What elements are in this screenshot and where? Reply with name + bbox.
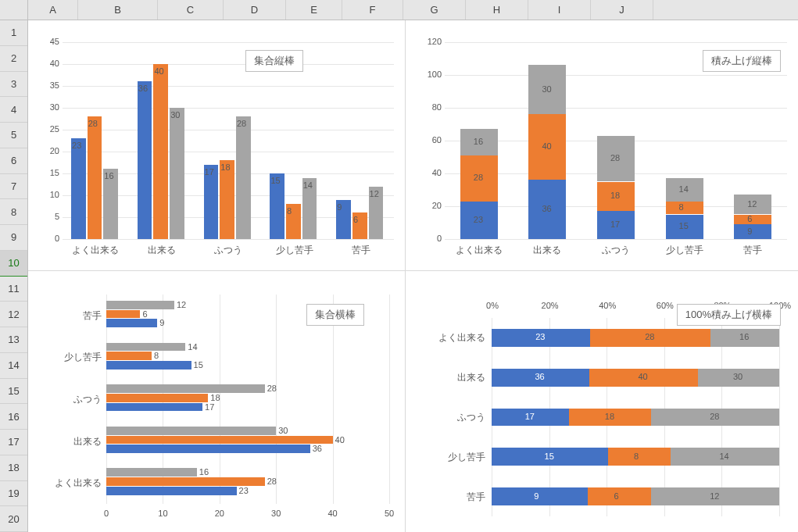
bar-segment [608,448,671,466]
data-label: 9 [159,318,164,327]
row-header[interactable]: 3 [0,72,27,98]
data-label: 28 [645,332,654,341]
row-header[interactable]: 2 [0,46,27,72]
chart-stacked-column[interactable]: 積み上げ縦棒 020406080100120232816よく出来る364030出… [406,20,798,270]
x-tick-label: 40% [594,301,621,310]
col-header[interactable]: G [403,0,466,20]
y-tick-label: 100 [415,70,442,79]
y-tick-label: 60 [415,135,442,145]
y-tick-label: 20 [415,201,442,210]
row-header[interactable]: 13 [0,327,27,353]
col-header[interactable]: A [28,0,78,20]
y-tick-label: 35 [36,80,59,90]
col-header[interactable]: I [528,0,591,20]
row-header[interactable]: 19 [0,481,27,507]
bar-segment [666,202,703,215]
row-header[interactable]: 16 [0,404,27,430]
bar [236,116,251,239]
col-header[interactable]: C [158,0,224,20]
data-label: 6 [353,215,358,224]
bar [106,319,157,327]
row-header[interactable]: 1 [0,20,27,46]
data-label: 16 [474,137,483,146]
y-tick-label: 20 [36,146,59,155]
y-tick-label: 80 [415,102,442,112]
category-label: 少し苦手 [64,351,102,364]
chart-title: 集合縦棒 [245,50,303,72]
col-header[interactable]: F [342,0,403,20]
row-header[interactable]: 17 [0,430,27,455]
row-header[interactable]: 14 [0,353,27,379]
y-tick-label: 45 [36,37,59,46]
col-header[interactable]: E [286,0,342,20]
category-label: 苦手 [467,491,485,504]
x-tick-label: 0% [479,301,506,310]
row-header[interactable]: 6 [0,148,27,174]
col-header[interactable]: D [224,0,286,20]
category-label: よく出来る [55,477,102,490]
data-label: 28 [237,119,246,128]
category-label: ふつう [73,393,102,406]
col-header[interactable]: B [78,0,158,20]
category-label: 出来る [73,435,102,448]
gridline [63,108,394,109]
category-label: よく出来る [445,244,514,257]
data-label: 15 [545,452,554,461]
row-header[interactable]: 18 [0,455,27,481]
data-label: 28 [267,477,277,486]
y-tick-label: 15 [36,168,59,177]
y-tick-label: 30 [36,102,59,112]
row-header[interactable]: 4 [0,97,27,123]
col-header[interactable]: H [466,0,528,20]
data-label: 18 [605,412,614,421]
bar [106,343,185,352]
gridline [63,86,394,87]
row-header[interactable]: 9 [0,225,27,251]
data-label: 30 [278,426,288,435]
data-label: 40 [154,66,163,76]
row-header[interactable]: 20 [0,506,27,532]
y-tick-label: 5 [36,212,59,221]
data-label: 6 [614,491,619,501]
category-label: 苦手 [327,244,394,257]
data-label: 40 [335,435,345,445]
row-header[interactable]: 15 [0,379,27,405]
bar [106,394,208,402]
data-label: 40 [542,141,551,151]
row-header[interactable]: 11 [0,277,27,302]
data-label: 14 [719,452,728,461]
data-label: 12 [747,199,757,209]
row-header[interactable]: 10 [0,251,27,277]
row-header[interactable]: 7 [0,174,27,200]
bar [106,436,333,445]
chart-clustered-bar[interactable]: 集合横棒 010203040501269苦手14815少し苦手281817ふつう… [28,271,405,532]
bar-segment [588,487,652,505]
data-label: 40 [638,372,647,381]
gridline [63,152,394,152]
gridline [63,239,394,240]
gridline [445,42,787,43]
data-label: 36 [535,372,544,381]
chart-stacked-bar-100[interactable]: 100%積み上げ横棒 0%20%40%60%80%100%232816よく出来る… [406,271,798,532]
x-tick-label: 30 [268,509,284,518]
column-ruler: ABCDEFGHIJ [0,0,798,20]
bar [106,487,237,495]
row-header[interactable]: 8 [0,199,27,225]
row-header[interactable]: 12 [0,302,27,327]
data-label: 28 [267,384,277,393]
row-ruler: 1234567891011121314151617181920 [0,20,28,532]
data-label: 30 [542,84,551,94]
bar-segment [734,224,771,239]
data-label: 30 [170,110,180,120]
bar [153,64,168,239]
category-label: ふつう [457,411,485,424]
data-label: 23 [535,332,545,341]
row-header[interactable]: 5 [0,123,27,148]
bar [220,160,234,239]
col-header[interactable]: J [591,0,653,20]
bar [106,361,191,370]
bar [106,301,174,309]
data-label: 8 [679,202,684,212]
data-label: 28 [474,173,483,182]
chart-clustered-column[interactable]: 集合縦棒 051015202530354045232816よく出来る364030… [28,20,405,270]
